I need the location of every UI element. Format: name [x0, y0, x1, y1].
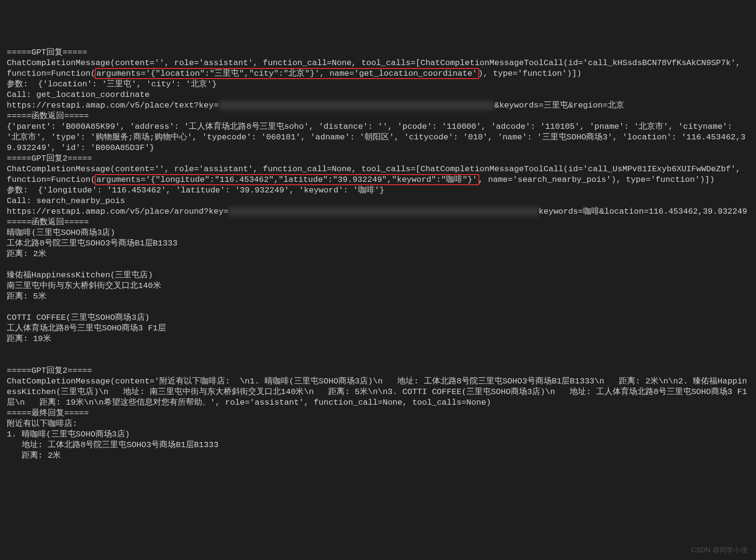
poi-distance: 距离: 2米: [7, 249, 46, 259]
section-header: =====GPT回复2=====: [7, 366, 92, 375]
function-return-body: {'parent': 'B000A85K99', 'address': '工人体…: [7, 122, 745, 152]
poi-name: 晴咖啡(三里屯SOHO商场3店): [7, 228, 115, 237]
poi-distance: 距离: 5米: [7, 292, 46, 301]
final-line: 地址: 工体北路8号院三里屯SOHO3号商场B1层B1333: [7, 440, 219, 450]
gpt-reply-3-body: ChatCompletionMessage(content='附近有以下咖啡店:…: [7, 377, 747, 407]
section-header: =====函数返回=====: [7, 111, 89, 121]
highlight-arguments-2: arguments='{"longitude":"116.453462","la…: [95, 174, 479, 185]
text: https://restapi.amap.com/v5/place/text?k…: [7, 101, 219, 110]
gpt-reply-1: ChatCompletionMessage(content='', role='…: [7, 58, 745, 78]
text: , name='search_nearby_pois'), type='func…: [478, 175, 715, 184]
section-header: =====函数返回=====: [7, 218, 89, 227]
poi-name: COTTI COFFEE(三里屯SOHO商场3店): [7, 313, 150, 322]
gpt-reply-2: ChatCompletionMessage(content='', role='…: [7, 164, 745, 184]
section-header: =====GPT回复=====: [7, 48, 87, 57]
final-line: 1. 晴咖啡(三里屯SOHO商场3店): [7, 430, 130, 439]
call-line: Call: search_nearby_pois: [7, 196, 125, 205]
section-header: =====最终回复=====: [7, 409, 89, 418]
highlight-arguments-1: arguments='{"location":"三里屯","city":"北京"…: [95, 68, 479, 79]
poi-address: 工体北路8号院三里屯SOHO3号商场B1层B1333: [7, 239, 178, 248]
section-header: =====GPT回复2=====: [7, 154, 92, 163]
poi-address: 工人体育场北路8号三里屯SOHO商场3 F1层: [7, 324, 166, 333]
final-line: 附近有以下咖啡店:: [7, 419, 77, 428]
text: https://restapi.amap.com/v5/place/around…: [7, 207, 228, 216]
text: ), type='function')]): [478, 69, 582, 78]
poi-address: 南三里屯中街与东大桥斜街交叉口北140米: [7, 281, 161, 290]
poi-name: 臻佑福HappinessKitchen(三里屯店): [7, 271, 153, 280]
watermark: CSDN @同学小张: [691, 545, 747, 555]
params-line: 参数: {'longitude': '116.453462', 'latitud…: [7, 186, 384, 195]
params-line: 参数: {'location': '三里屯', 'city': '北京'}: [7, 80, 217, 89]
text: keywords=咖啡&location=116.453462,39.93224…: [539, 207, 747, 216]
call-line: Call: get_location_coordinate: [7, 90, 150, 99]
final-line: 距离: 2米: [7, 451, 61, 460]
redacted-key: xxxxxxxxxxxxxxxxxxxxxxxxxxxxxxxxxxxxxxxx…: [228, 207, 539, 216]
text: &keywords=三里屯&region=北京: [494, 101, 624, 110]
poi-distance: 距离: 19米: [7, 334, 51, 343]
console-output: =====GPT回复===== ChatCompletionMessage(co…: [7, 48, 747, 460]
redacted-key: xxxxxxxxxxxxxxxxxxxxxxxxxxxxxxxxxxxxxxxx…: [219, 101, 494, 110]
url-line-2: https://restapi.amap.com/v5/place/around…: [7, 207, 747, 216]
url-line-1: https://restapi.amap.com/v5/place/text?k…: [7, 101, 624, 110]
